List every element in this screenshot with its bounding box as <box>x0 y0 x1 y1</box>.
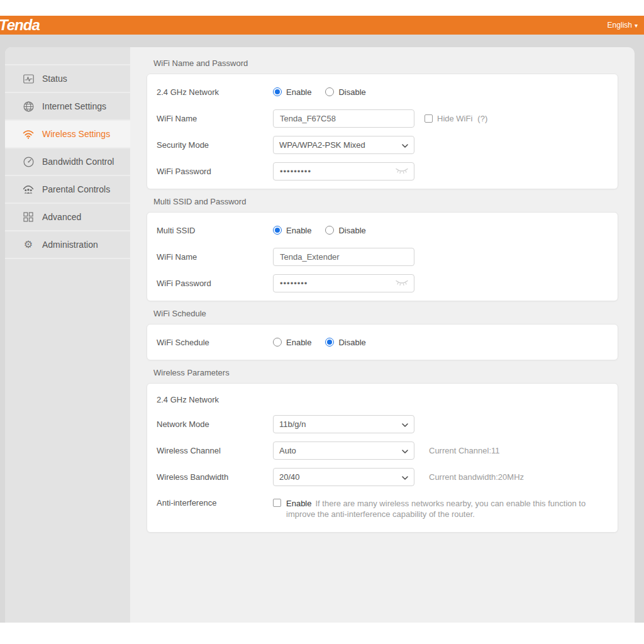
sidebar-item-administration[interactable]: ⚙ Administration <box>5 231 130 259</box>
row-wireless-bandwidth: Wireless Bandwidth 20/40 Current bandwid… <box>147 464 618 490</box>
card-wifi-schedule: WiFi Schedule Enable Disable <box>147 324 618 360</box>
page-top-margin <box>0 0 644 16</box>
radio-label: Disable <box>338 87 365 97</box>
sidebar: Status Internet Settings Wireless Settin… <box>5 47 130 623</box>
radio-unselected-icon <box>325 226 334 235</box>
field-label-24ghz: 2.4 GHz Network <box>157 87 273 97</box>
status-monitor-icon <box>23 73 34 84</box>
disable-radio-wifi-schedule[interactable]: Disable <box>325 338 365 347</box>
row-wifi-password: WiFi Password <box>147 158 618 184</box>
radio-label: Disable <box>338 338 365 347</box>
language-label: English <box>608 21 632 30</box>
field-label-anti-interference: Anti-interference <box>157 498 273 508</box>
radio-label: Enable <box>286 338 311 347</box>
sidebar-item-advanced[interactable]: Advanced <box>5 204 130 231</box>
anti-description: If there are many wireless networks near… <box>286 499 586 519</box>
multi-wifi-name-input[interactable] <box>273 248 414 266</box>
section-title-multi-ssid: Multi SSID and Password <box>153 197 618 206</box>
field-label-security-mode: Security Mode <box>157 140 273 150</box>
main-content: WiFi Name and Password 2.4 GHz Network E… <box>130 47 635 623</box>
select-value: 11b/g/n <box>279 419 306 429</box>
caret-down-icon: ▾ <box>635 22 638 29</box>
card-wifi-name-password: 2.4 GHz Network Enable Disable WiFi Nam <box>147 74 618 189</box>
current-channel-note: Current Channel:11 <box>429 446 500 455</box>
radio-selected-icon <box>273 87 282 96</box>
security-mode-select[interactable]: WPA/WPA2-PSK Mixed <box>273 136 414 154</box>
radio-label: Enable <box>286 226 311 235</box>
row-wireless-channel: Wireless Channel Auto Current Channel:11 <box>147 437 618 464</box>
wifi-password-input[interactable] <box>273 162 414 180</box>
gauge-icon <box>23 156 34 167</box>
eye-closed-icon[interactable] <box>395 279 409 286</box>
sidebar-item-bandwidth-control[interactable]: Bandwidth Control <box>5 148 130 176</box>
radio-label: Disable <box>338 226 365 235</box>
anti-interference-control: EnableIf there are many wireless network… <box>273 498 608 519</box>
page-background: Status Internet Settings Wireless Settin… <box>0 35 644 623</box>
wireless-bandwidth-select[interactable]: 20/40 <box>273 468 414 486</box>
tenda-logo: Tenda <box>0 16 40 34</box>
current-bandwidth-note: Current bandwidth:20MHz <box>429 472 524 482</box>
row-network-mode: Network Mode 11b/g/n <box>147 411 618 437</box>
anti-enable-label: Enable <box>286 499 311 508</box>
hide-wifi-help-icon[interactable]: (?) <box>477 114 487 123</box>
sidebar-item-wireless-settings[interactable]: Wireless Settings <box>5 121 130 148</box>
family-icon <box>23 184 34 195</box>
row-wifi-name: WiFi Name Hide WiFi (?) <box>147 105 618 131</box>
chevron-down-icon <box>402 445 408 456</box>
field-label-network-mode: Network Mode <box>157 419 273 429</box>
hide-wifi-label: Hide WiFi <box>437 114 472 123</box>
sidebar-item-status[interactable]: Status <box>5 65 130 93</box>
select-value: WPA/WPA2-PSK Mixed <box>279 140 365 150</box>
eye-closed-icon[interactable] <box>395 167 409 174</box>
enable-radio-24ghz[interactable]: Enable <box>273 87 311 97</box>
enable-radio-multi-ssid[interactable]: Enable <box>273 226 311 235</box>
disable-radio-24ghz[interactable]: Disable <box>325 87 365 97</box>
hide-wifi-checkbox[interactable]: Hide WiFi <box>425 114 472 123</box>
sidebar-item-label: Status <box>42 74 67 84</box>
row-multi-ssid: Multi SSID Enable Disable <box>147 217 618 243</box>
password-field-wrap <box>273 162 414 180</box>
chevron-down-icon <box>402 418 408 430</box>
disable-radio-multi-ssid[interactable]: Disable <box>325 226 365 235</box>
field-label-wifi-schedule: WiFi Schedule <box>157 338 273 347</box>
wireless-channel-select[interactable]: Auto <box>273 441 414 460</box>
sidebar-item-label: Bandwidth Control <box>42 157 114 167</box>
subheading-24ghz-network: 2.4 GHz Network <box>147 388 618 411</box>
row-security-mode: Security Mode WPA/WPA2-PSK Mixed <box>147 131 618 158</box>
field-label-multi-wifi-name: WiFi Name <box>157 252 273 262</box>
sidebar-item-internet-settings[interactable]: Internet Settings <box>5 93 130 121</box>
section-title-wifi-name-password: WiFi Name and Password <box>153 58 618 68</box>
wifi-icon <box>23 128 34 140</box>
sidebar-header-space <box>5 47 130 65</box>
select-value: 20/40 <box>279 472 300 482</box>
checkbox-unchecked-icon <box>425 114 433 123</box>
field-label-wireless-bandwidth: Wireless Bandwidth <box>157 472 273 482</box>
chevron-down-icon <box>402 471 408 482</box>
wifi-name-input[interactable] <box>273 109 414 128</box>
chevron-down-icon <box>402 139 408 150</box>
field-label-multi-wifi-password: WiFi Password <box>157 279 273 288</box>
section-title-wifi-schedule: WiFi Schedule <box>153 309 618 318</box>
row-24ghz-network: 2.4 GHz Network Enable Disable <box>147 79 618 105</box>
globe-icon <box>23 101 34 112</box>
row-wifi-schedule: WiFi Schedule Enable Disable <box>147 329 618 355</box>
row-anti-interference: Anti-interference EnableIf there are man… <box>147 490 618 528</box>
radio-label: Enable <box>286 87 311 97</box>
enable-radio-wifi-schedule[interactable]: Enable <box>273 338 311 347</box>
language-dropdown[interactable]: English ▾ <box>608 21 638 30</box>
field-label-wifi-name: WiFi Name <box>157 114 273 123</box>
sidebar-item-label: Wireless Settings <box>42 129 110 139</box>
password-field-wrap <box>273 274 414 292</box>
radio-unselected-icon <box>273 338 282 347</box>
network-mode-select[interactable]: 11b/g/n <box>273 415 414 433</box>
grid-icon <box>23 211 34 223</box>
multi-wifi-password-input[interactable] <box>273 274 414 292</box>
row-multi-wifi-password: WiFi Password <box>147 270 618 296</box>
anti-interference-checkbox[interactable] <box>273 499 281 507</box>
gear-icon: ⚙ <box>23 239 34 250</box>
top-navbar: Tenda English ▾ <box>0 16 644 35</box>
field-label-wifi-password: WiFi Password <box>157 167 273 176</box>
radio-group-wifi-schedule: Enable Disable <box>273 338 366 347</box>
radio-selected-icon <box>325 338 334 347</box>
sidebar-item-parental-controls[interactable]: Parental Controls <box>5 176 130 204</box>
